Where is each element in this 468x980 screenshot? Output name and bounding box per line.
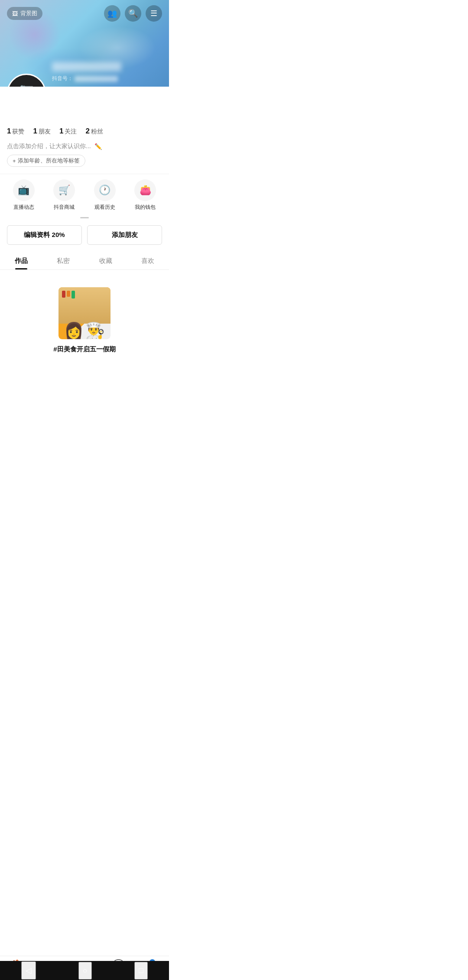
- shelf-items: [62, 291, 75, 299]
- following-count: 1: [59, 127, 63, 136]
- action-buttons: 编辑资料 20% 添加朋友: [0, 220, 169, 250]
- wallet-label: 我的钱包: [135, 204, 156, 211]
- tag-label: 添加年龄、所在地等标签: [18, 157, 80, 165]
- history-label: 观看历史: [94, 204, 115, 211]
- hero-background: 🖼 背景图 👥 🔍 ☰ 📷 添加头像 抖音号：: [0, 0, 169, 87]
- stat-following[interactable]: 1 关注: [59, 127, 77, 136]
- figure-person2: 👨‍🍳: [85, 323, 105, 338]
- stats-row: 1 获赞 1 朋友 1 关注 2 粉丝: [0, 119, 169, 141]
- stat-friends[interactable]: 1 朋友: [33, 127, 50, 136]
- tab-likes[interactable]: 喜欢: [127, 252, 169, 269]
- edit-profile-label: 编辑资料 20%: [24, 231, 65, 238]
- tab-favorites-label: 收藏: [99, 257, 112, 264]
- wallet-icon: 👛: [140, 185, 151, 196]
- tab-works-label: 作品: [15, 257, 28, 264]
- friends-icon-button[interactable]: 👥: [104, 5, 120, 22]
- figure-person1: 👩: [64, 323, 84, 338]
- avatar-button[interactable]: 📷 添加头像: [7, 74, 46, 87]
- feature-shop[interactable]: 🛒 抖音商城: [44, 179, 85, 211]
- douyin-id-blurred: [75, 76, 118, 82]
- background-image-label: 背景图: [20, 10, 37, 17]
- feature-live[interactable]: 📺 直播动态: [3, 179, 44, 211]
- add-friend-label: 添加朋友: [112, 231, 138, 238]
- friends-icon: 👥: [107, 9, 117, 18]
- features-row: 📺 直播动态 🛒 抖音商城 🕐 观看历史 👛 我的钱包: [0, 174, 169, 214]
- top-bar: 🖼 背景图 👥 🔍 ☰: [0, 0, 169, 27]
- following-label: 关注: [65, 128, 77, 136]
- content-area: 1 获赞 1 朋友 1 关注 2 粉丝 点击添加介绍，让大家认识你... ✏️ …: [0, 119, 169, 406]
- bio-placeholder: 点击添加介绍，让大家认识你...: [7, 143, 91, 150]
- bio-row[interactable]: 点击添加介绍，让大家认识你... ✏️: [0, 141, 169, 155]
- wallet-icon-circle: 👛: [134, 179, 156, 201]
- likes-count: 1: [7, 127, 11, 136]
- shop-icon-circle: 🛒: [53, 179, 75, 201]
- promo-illustration: 👩 👨‍🍳: [58, 287, 110, 339]
- feature-wallet[interactable]: 👛 我的钱包: [125, 179, 166, 211]
- camera-icon: 📷: [20, 83, 33, 87]
- tabs-row: 作品 私密 收藏 喜欢: [0, 252, 169, 270]
- live-icon: 📺: [18, 185, 29, 196]
- profile-section: 📷 添加头像 抖音号：: [7, 62, 121, 87]
- douyin-id-label: 抖音号：: [52, 75, 73, 82]
- friends-count: 1: [33, 127, 37, 136]
- plus-icon: +: [13, 158, 16, 164]
- add-tag-button[interactable]: + 添加年龄、所在地等标签: [7, 155, 85, 167]
- followers-label: 粉丝: [91, 128, 103, 136]
- friends-label: 朋友: [39, 128, 51, 136]
- followers-count: 2: [85, 127, 89, 136]
- promo-caption: #田美食开启五一假期: [53, 345, 115, 354]
- image-icon: 🖼: [12, 10, 18, 17]
- shop-icon: 🛒: [58, 185, 70, 196]
- add-friend-button[interactable]: 添加朋友: [87, 225, 162, 245]
- tab-works[interactable]: 作品: [0, 252, 42, 269]
- tab-private-label: 私密: [57, 257, 70, 264]
- edit-profile-button[interactable]: 编辑资料 20%: [7, 225, 82, 245]
- stat-followers[interactable]: 2 粉丝: [85, 127, 103, 136]
- search-icon: 🔍: [128, 9, 138, 18]
- tab-private[interactable]: 私密: [42, 252, 85, 269]
- tags-row: + 添加年龄、所在地等标签: [0, 155, 169, 174]
- feature-history[interactable]: 🕐 观看历史: [84, 179, 125, 211]
- shop-label: 抖音商城: [54, 204, 75, 211]
- tab-likes-label: 喜欢: [141, 257, 154, 264]
- history-icon: 🕐: [99, 185, 110, 196]
- username-block: 抖音号：: [52, 62, 121, 87]
- tab-content-works: 👩 👨‍🍳 #田美食开启五一假期: [0, 270, 169, 362]
- search-icon-button[interactable]: 🔍: [125, 5, 141, 22]
- username-blurred: [52, 62, 121, 71]
- stat-likes[interactable]: 1 获赞: [7, 127, 24, 136]
- live-icon-circle: 📺: [13, 179, 35, 201]
- promo-image-container: 👩 👨‍🍳: [58, 287, 110, 339]
- menu-icon: ☰: [150, 9, 157, 18]
- live-label: 直播动态: [13, 204, 34, 211]
- menu-icon-button[interactable]: ☰: [146, 5, 162, 22]
- top-icon-group: 👥 🔍 ☰: [104, 5, 162, 22]
- douyin-id-row: 抖音号：: [52, 75, 121, 82]
- likes-label: 获赞: [12, 128, 24, 136]
- history-icon-circle: 🕐: [94, 179, 116, 201]
- tab-favorites[interactable]: 收藏: [84, 252, 127, 269]
- edit-bio-icon[interactable]: ✏️: [94, 143, 102, 150]
- background-image-button[interactable]: 🖼 背景图: [7, 7, 42, 20]
- scroll-indicator: [0, 214, 169, 220]
